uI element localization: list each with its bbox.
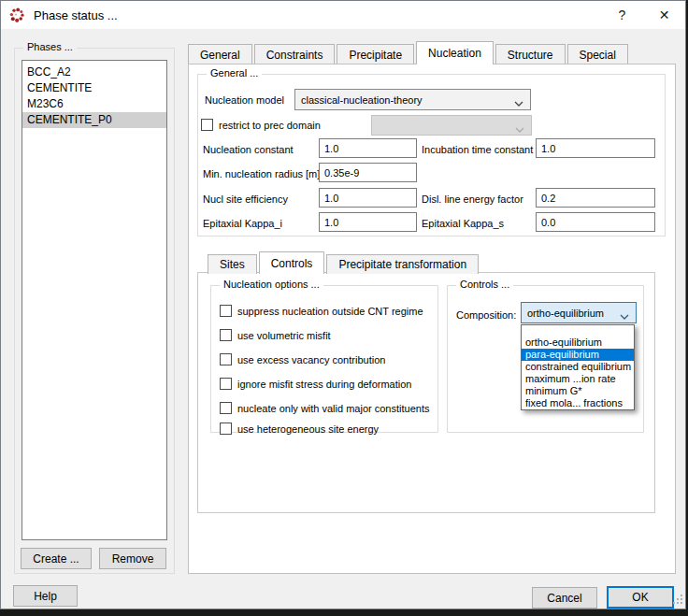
disl-line-energy-factor-label: Disl. line energy factor <box>422 193 523 205</box>
nucleation-model-combobox[interactable]: classical-nucleation-theory <box>294 89 531 110</box>
list-item-m23c6[interactable]: M23C6 <box>22 96 166 112</box>
epitaxial-kappa-i-input[interactable] <box>319 212 417 232</box>
ignore-misfit-stress-label[interactable]: ignore misfit stress during deformation <box>237 379 411 390</box>
list-item-bcc-a2[interactable]: BCC_A2 <box>22 64 166 80</box>
app-logo-icon <box>9 7 25 23</box>
tab-special[interactable]: Special <box>567 44 628 64</box>
ok-button[interactable]: OK <box>607 586 674 609</box>
phase-status-dialog: Phase status ... ? ✕ Phases ... BCC_A2 C… <box>0 0 686 609</box>
suppress-nucleation-checkbox[interactable] <box>220 305 232 317</box>
phases-group-label: Phases ... <box>23 41 77 52</box>
window-help-button[interactable]: ? <box>601 1 643 29</box>
heterogeneous-site-energy-checkbox[interactable] <box>220 423 232 435</box>
cancel-button[interactable]: Cancel <box>532 587 597 609</box>
valid-major-constituents-label[interactable]: nucleate only with valid major constitue… <box>237 403 429 414</box>
epitaxial-kappa-s-input[interactable] <box>536 212 655 232</box>
tab-nucleation[interactable]: Nucleation <box>416 41 494 64</box>
min-nucleation-radius-input[interactable] <box>319 163 417 182</box>
option-ortho-equilibrium[interactable]: ortho-equilibrium <box>522 337 634 349</box>
option-maximum-ion-rate[interactable]: maximum ...ion rate <box>522 373 634 385</box>
excess-vacancy-label[interactable]: use excess vacancy contribution <box>237 354 385 365</box>
window-close-button[interactable]: ✕ <box>643 1 685 29</box>
remove-button[interactable]: Remove <box>99 548 166 569</box>
nucl-site-efficiency-label: Nucl site efficiency <box>203 193 288 205</box>
chevron-down-icon <box>514 97 523 108</box>
epitaxial-kappa-s-label: Epitaxial Kappa_s <box>422 218 504 229</box>
nucleation-options-group-label: Nucleation options ... <box>220 279 323 290</box>
inner-tabbar: Sites Controls Precipitate transformatio… <box>208 251 480 274</box>
composition-combobox[interactable]: ortho-equilibrium <box>521 302 637 323</box>
tab-constraints[interactable]: Constraints <box>254 44 336 64</box>
restrict-to-prec-domain-checkbox[interactable] <box>201 119 213 131</box>
volumetric-misfit-label[interactable]: use volumetric misfit <box>237 330 331 341</box>
restrict-to-prec-domain-label[interactable]: restrict to prec domain <box>219 120 321 131</box>
composition-dropdown-popup: ortho-equilibrium para-equilibrium const… <box>521 324 635 410</box>
general-group-label: General ... <box>207 67 262 79</box>
chevron-down-icon <box>515 123 524 135</box>
nucleation-constant-label: Nucleation constant <box>203 144 294 155</box>
excess-vacancy-checkbox[interactable] <box>220 353 232 365</box>
tab-precipitate[interactable]: Precipitate <box>337 44 414 64</box>
prec-domain-combobox <box>371 115 532 136</box>
ignore-misfit-stress-checkbox[interactable] <box>220 378 232 390</box>
epitaxial-kappa-i-label: Epitaxial Kappa_i <box>203 218 282 229</box>
nucleation-model-label: Nucleation model <box>205 94 284 106</box>
heterogeneous-site-energy-label[interactable]: use heterogeneous site energy <box>237 423 379 435</box>
option-minimum-g-star[interactable]: minimum G* <box>522 385 634 397</box>
option-fixed-mola-fractions[interactable]: fixed mola... fractions <box>522 397 634 409</box>
tab-general[interactable]: General <box>188 44 252 64</box>
disl-line-energy-factor-input[interactable] <box>536 188 655 208</box>
titlebar: Phase status ... ? ✕ <box>1 1 685 29</box>
phases-list[interactable]: BCC_A2 CEMENTITE M23C6 CEMENTITE_P0 <box>22 60 167 540</box>
create-button[interactable]: Create ... <box>21 548 92 569</box>
valid-major-constituents-checkbox[interactable] <box>220 402 232 414</box>
option-para-equilibrium[interactable]: para-equilibrium <box>522 349 634 361</box>
volumetric-misfit-checkbox[interactable] <box>220 329 232 341</box>
controls-group-label: Controls ... <box>456 279 513 290</box>
tab-sites[interactable]: Sites <box>208 254 257 274</box>
outer-tabbar: General Constraints Precipitate Nucleati… <box>188 41 630 64</box>
list-item-cementite[interactable]: CEMENTITE <box>22 80 166 96</box>
incubation-time-constant-label: Incubation time constant <box>422 144 533 155</box>
list-item-cementite-p0[interactable]: CEMENTITE_P0 <box>22 112 166 128</box>
nucl-site-efficiency-input[interactable] <box>319 188 417 208</box>
tab-structure[interactable]: Structure <box>495 44 566 64</box>
nucleation-constant-input[interactable] <box>319 138 417 158</box>
chevron-down-icon <box>620 310 629 322</box>
option-constrained-equilibrium[interactable]: constrained equilibrium <box>522 361 634 373</box>
window-title: Phase status ... <box>34 8 118 22</box>
composition-label: Composition: <box>456 309 516 321</box>
incubation-time-constant-input[interactable] <box>536 138 655 158</box>
tab-controls[interactable]: Controls <box>259 251 325 274</box>
resize-grip[interactable] <box>673 595 682 606</box>
min-nucleation-radius-label: Min. nucleation radius [m] <box>203 168 320 179</box>
help-button[interactable]: Help <box>13 585 78 607</box>
tab-precipitate-transformation[interactable]: Precipitate transformation <box>326 254 479 274</box>
suppress-nucleation-label[interactable]: suppress nucleation outside CNT regime <box>237 306 423 317</box>
